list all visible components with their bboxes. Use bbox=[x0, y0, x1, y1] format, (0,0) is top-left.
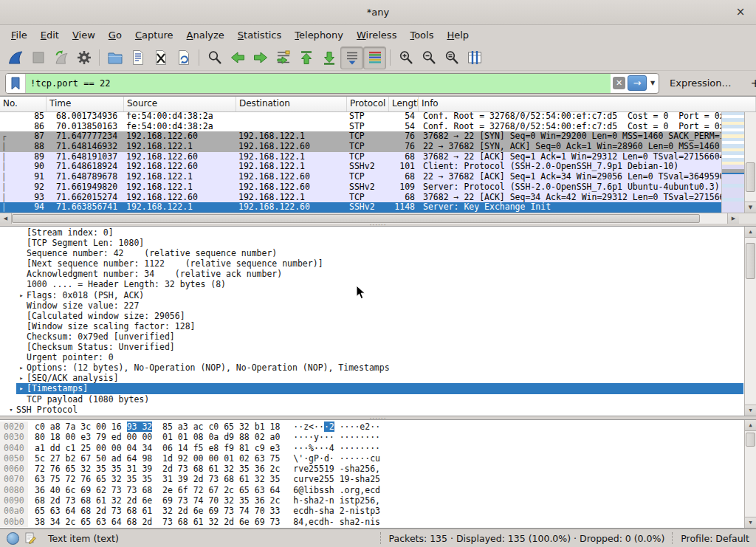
packet-row[interactable]: 86 70.013850163 fe:54:00:d4:38:2a STP 54… bbox=[0, 122, 722, 132]
packet-row[interactable]: ┌ 87 71.647777234 192.168.122.60 192.168… bbox=[0, 131, 722, 142]
hex-bytes[interactable]: a1 dd c1 25 00 00 04 34 06 14 f5 e8 f9 8… bbox=[35, 443, 280, 453]
column-header-source[interactable]: Source bbox=[124, 97, 236, 111]
hex-ascii[interactable]: ····y··· ········ bbox=[293, 432, 380, 442]
expander-icon[interactable]: ▸ bbox=[16, 290, 27, 300]
go-first-button[interactable] bbox=[295, 47, 317, 69]
scroll-down-arrow-icon[interactable]: ▼ bbox=[745, 202, 756, 213]
restart-capture-button[interactable] bbox=[49, 47, 72, 69]
hex-bytes[interactable]: 38 34 2c 65 63 64 68 2d 73 68 61 32 2d 6… bbox=[35, 517, 280, 527]
close-button[interactable]: × bbox=[732, 4, 749, 20]
expression-button[interactable]: Expression… bbox=[670, 78, 732, 89]
menu-item[interactable]: Help bbox=[440, 27, 475, 44]
expert-info-icon[interactable] bbox=[7, 532, 19, 545]
menu-item[interactable]: Telephony bbox=[288, 27, 350, 44]
packet-row[interactable]: │ 88 71.648146932 192.168.122.1 192.168.… bbox=[0, 142, 722, 152]
expander-icon[interactable] bbox=[16, 248, 27, 258]
expander-icon[interactable] bbox=[16, 279, 27, 289]
hex-row[interactable]: 00a0 65 63 64 68 2d 73 68 61 32 2d 6e 69… bbox=[0, 506, 743, 516]
scroll-left-arrow-icon[interactable]: ◀ bbox=[0, 213, 12, 224]
packet-row[interactable]: │ 92 71.661949820 192.168.122.1 192.168.… bbox=[0, 182, 722, 193]
detail-line[interactable]: ▸ [Timestamps] bbox=[16, 383, 743, 393]
column-header-length[interactable]: Length bbox=[389, 97, 419, 111]
packet-row[interactable]: │ 89 71.648191037 192.168.122.60 192.168… bbox=[0, 152, 722, 162]
zoom-out-button[interactable] bbox=[417, 47, 440, 69]
go-back-button[interactable] bbox=[226, 47, 249, 69]
detail-line[interactable]: Acknowledgment number: 34 (relative ack … bbox=[0, 269, 743, 279]
packet-list-vscrollbar[interactable]: ▲ ▼ bbox=[744, 97, 756, 213]
hex-row[interactable]: 0030 80 18 00 e3 79 ed 00 00 01 01 08 0a… bbox=[0, 432, 743, 442]
filter-bookmark-button[interactable] bbox=[6, 74, 26, 93]
expander-icon[interactable] bbox=[16, 331, 27, 342]
hex-bytes[interactable]: 36 40 6c 69 62 73 73 68 2e 6f 72 67 2c 6… bbox=[35, 485, 280, 495]
hex-bytes[interactable]: 65 63 64 68 2d 73 68 61 32 2d 6e 69 73 7… bbox=[35, 506, 280, 516]
detail-line[interactable]: Checksum: 0x79ed [unverified] bbox=[0, 331, 743, 342]
start-capture-button[interactable] bbox=[4, 47, 27, 69]
hex-ascii[interactable]: curve255 19-sha25 bbox=[293, 474, 380, 484]
expander-icon[interactable] bbox=[16, 269, 27, 279]
expander-icon[interactable] bbox=[16, 227, 27, 238]
hex-vscrollbar[interactable]: ▲ ▼ bbox=[744, 420, 756, 528]
packet-row[interactable]: │ 93 71.662015274 192.168.122.60 192.168… bbox=[0, 193, 722, 203]
scroll-right-arrow-icon[interactable]: ▶ bbox=[727, 213, 739, 224]
menu-item[interactable]: Wireless bbox=[350, 27, 403, 44]
expander-icon[interactable] bbox=[16, 342, 27, 352]
hex-row[interactable]: 0050 5c 27 b2 67 50 ad 64 98 1d 92 00 00… bbox=[0, 453, 743, 464]
scroll-thumb[interactable] bbox=[12, 214, 700, 223]
scroll-down-arrow-icon[interactable]: ▼ bbox=[745, 517, 756, 528]
details-vscrollbar[interactable]: ▲ ▼ bbox=[744, 227, 756, 416]
menu-item[interactable]: File bbox=[4, 27, 34, 44]
hex-bytes[interactable]: 68 2d 73 68 61 32 2d 6e 69 73 74 70 32 3… bbox=[35, 495, 280, 506]
menu-item[interactable]: Analyze bbox=[180, 27, 231, 44]
detail-line[interactable]: [Next sequence number: 1122 (relative se… bbox=[0, 258, 743, 269]
scroll-down-arrow-icon[interactable]: ▼ bbox=[745, 405, 756, 416]
detail-line[interactable]: TCP payload (1080 bytes) bbox=[0, 394, 743, 405]
expander-icon[interactable] bbox=[16, 352, 27, 362]
detail-line[interactable]: [Calculated window size: 29056] bbox=[0, 311, 743, 321]
detail-line[interactable]: Urgent pointer: 0 bbox=[0, 352, 743, 362]
zoom-original-button[interactable] bbox=[440, 47, 463, 69]
hex-row[interactable]: 0020 c0 a8 7a 3c 00 16 93 32 85 a3 ac c0… bbox=[0, 422, 743, 432]
detail-line[interactable]: ▸ Options: (12 bytes), No-Operation (NOP… bbox=[0, 362, 743, 373]
scroll-up-arrow-icon[interactable]: ▲ bbox=[745, 420, 756, 431]
hex-bytes[interactable]: 72 76 65 32 35 35 31 39 2d 73 68 61 32 3… bbox=[35, 464, 280, 474]
hex-ascii[interactable]: ···%···4 ········ bbox=[293, 443, 380, 453]
hex-bytes[interactable]: c0 a8 7a 3c 00 16 93 32 85 a3 ac c0 65 3… bbox=[35, 422, 280, 432]
filter-apply-button[interactable]: → bbox=[628, 75, 647, 91]
colorize-button[interactable] bbox=[363, 47, 386, 69]
expander-icon[interactable]: ▸ bbox=[16, 362, 27, 373]
save-file-button[interactable] bbox=[126, 47, 149, 69]
expander-icon[interactable] bbox=[16, 321, 27, 331]
expander-icon[interactable] bbox=[16, 258, 27, 269]
hex-bytes[interactable]: 80 18 00 e3 79 ed 00 00 01 01 08 0a d9 8… bbox=[35, 432, 280, 442]
detail-line[interactable]: [TCP Segment Len: 1080] bbox=[0, 238, 743, 248]
scroll-thumb[interactable] bbox=[746, 243, 755, 279]
hex-ascii[interactable]: 84,ecdh- sha2-nis bbox=[293, 517, 380, 527]
detail-line[interactable]: 1000 .... = Header Length: 32 bytes (8) bbox=[0, 279, 743, 289]
column-header-no[interactable]: No. bbox=[0, 97, 47, 111]
packet-row[interactable]: │ 94 71.663856741 192.168.122.1 192.168.… bbox=[0, 202, 722, 213]
hex-ascii[interactable]: rve25519 -sha256, bbox=[293, 464, 380, 474]
expander-icon[interactable]: ▸ bbox=[16, 383, 27, 393]
add-filter-button[interactable]: + bbox=[746, 76, 756, 90]
menu-item[interactable]: Capture bbox=[128, 27, 180, 44]
scroll-trough[interactable] bbox=[745, 431, 756, 517]
menu-item[interactable]: Go bbox=[102, 27, 128, 44]
hex-row[interactable]: 0090 68 2d 73 68 61 32 2d 6e 69 73 74 70… bbox=[0, 495, 743, 506]
detail-line[interactable]: [Stream index: 0] bbox=[0, 227, 743, 238]
column-header-destination[interactable]: Destination bbox=[236, 97, 347, 111]
menu-item[interactable]: View bbox=[66, 27, 102, 44]
auto-scroll-button[interactable] bbox=[340, 47, 363, 69]
expander-icon[interactable]: ▾ bbox=[6, 405, 16, 415]
filter-history-caret[interactable]: ▼ bbox=[647, 80, 659, 86]
zoom-in-button[interactable] bbox=[394, 47, 417, 69]
detail-line[interactable]: ▸ [SEQ/ACK analysis] bbox=[0, 373, 743, 383]
detail-line[interactable]: Sequence number: 42 (relative sequence n… bbox=[0, 248, 743, 258]
resize-columns-button[interactable] bbox=[463, 47, 486, 69]
expander-icon[interactable] bbox=[16, 394, 27, 405]
hex-row[interactable]: 0040 a1 dd c1 25 00 00 04 34 06 14 f5 e8… bbox=[0, 443, 743, 453]
reload-file-button[interactable] bbox=[172, 47, 195, 69]
hex-ascii[interactable]: h-sha2-n istp256, bbox=[293, 495, 380, 506]
hex-row[interactable]: 0060 72 76 65 32 35 35 31 39 2d 73 68 61… bbox=[0, 464, 743, 474]
stop-capture-button[interactable] bbox=[27, 47, 49, 69]
expander-icon[interactable] bbox=[16, 238, 27, 248]
